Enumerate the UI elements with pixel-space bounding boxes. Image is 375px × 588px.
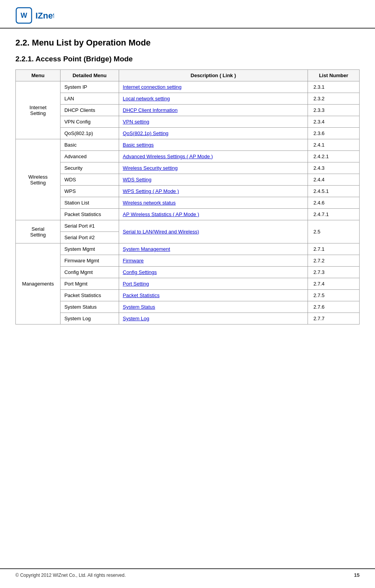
desc-station-list: Wireless network status bbox=[119, 197, 308, 209]
menu-internet: InternetSetting bbox=[16, 81, 61, 139]
table-row: Config Mgmt Config Settings 2.7.3 bbox=[16, 267, 360, 278]
number-2421: 2.4.2.1 bbox=[308, 151, 360, 162]
table-row: VPN Config VPN setting 2.3.4 bbox=[16, 116, 360, 128]
detailed-station-list: Station List bbox=[60, 197, 119, 209]
detailed-advanced: Advanced bbox=[60, 151, 119, 162]
table-row: Firmware Mgmt Firmware 2.7.2 bbox=[16, 255, 360, 267]
number-234: 2.3.4 bbox=[308, 116, 360, 128]
link-station-list[interactable]: Wireless network status bbox=[123, 200, 176, 206]
section-title: 2.2.1. Access Point (Bridge) Mode bbox=[15, 55, 360, 63]
number-233: 2.3.3 bbox=[308, 105, 360, 116]
number-236: 2.3.6 bbox=[308, 128, 360, 139]
desc-basic: Basic settings bbox=[119, 139, 308, 151]
detailed-security: Security bbox=[60, 162, 119, 174]
number-231: 2.3.1 bbox=[308, 81, 360, 93]
table-row: Advanced Advanced Wireless Settings ( AP… bbox=[16, 151, 360, 162]
table-row: Security Wireless Security setting 2.4.3 bbox=[16, 162, 360, 174]
number-232: 2.3.2 bbox=[308, 93, 360, 105]
number-276: 2.7.6 bbox=[308, 301, 360, 313]
detailed-serial2: Serial Port #2 bbox=[60, 232, 119, 243]
desc-firmware: Firmware bbox=[119, 255, 308, 267]
desc-ap-wireless-stats: AP Wireless Statistics ( AP Mode ) bbox=[119, 209, 308, 220]
number-271: 2.7.1 bbox=[308, 243, 360, 255]
link-qos[interactable]: QoS(802.1p) Setting bbox=[123, 130, 169, 136]
link-advanced[interactable]: Advanced Wireless Settings ( AP Mode ) bbox=[123, 154, 213, 159]
detailed-system-ip: System IP bbox=[60, 81, 119, 93]
number-2471: 2.4.7.1 bbox=[308, 209, 360, 220]
desc-vpn: VPN setting bbox=[119, 116, 308, 128]
link-port[interactable]: Port Setting bbox=[123, 281, 149, 287]
detailed-system-log: System Log bbox=[60, 313, 119, 324]
link-ap-wireless-stats[interactable]: AP Wireless Statistics ( AP Mode ) bbox=[123, 211, 199, 217]
number-243: 2.4.3 bbox=[308, 162, 360, 174]
desc-system-status: System Status bbox=[119, 301, 308, 313]
desc-port: Port Setting bbox=[119, 278, 308, 290]
desc-system-mgmt: System Management bbox=[119, 243, 308, 255]
link-dhcp[interactable]: DHCP Client Information bbox=[123, 107, 178, 113]
number-246: 2.4.6 bbox=[308, 197, 360, 209]
detailed-system-status: System Status bbox=[60, 301, 119, 313]
page-header: W IZnet bbox=[0, 0, 375, 29]
link-wps[interactable]: WPS Setting ( AP Mode ) bbox=[123, 188, 179, 194]
detailed-port-mgmt: Port Mgmt bbox=[60, 278, 119, 290]
link-vpn[interactable]: VPN setting bbox=[123, 119, 150, 125]
svg-text:IZnet: IZnet bbox=[35, 11, 54, 20]
menu-serial: SerialSetting bbox=[16, 220, 61, 243]
number-25: 2.5 bbox=[308, 220, 360, 243]
detailed-serial1: Serial Port #1 bbox=[60, 220, 119, 232]
detailed-wds: WDS bbox=[60, 174, 119, 186]
detailed-dhcp: DHCP Clients bbox=[60, 105, 119, 116]
table-row: LAN Local network setting 2.3.2 bbox=[16, 93, 360, 105]
number-2451: 2.4.5.1 bbox=[308, 186, 360, 197]
number-272: 2.7.2 bbox=[308, 255, 360, 267]
detailed-packet-stats-wireless: Packet Statistics bbox=[60, 209, 119, 220]
col-description: Description ( Link ) bbox=[119, 70, 308, 81]
number-241: 2.4.1 bbox=[308, 139, 360, 151]
table-row: Station List Wireless network status 2.4… bbox=[16, 197, 360, 209]
col-list-number: List Number bbox=[308, 70, 360, 81]
link-wds[interactable]: WDS Setting bbox=[123, 177, 151, 182]
table-row: InternetSetting System IP Internet conne… bbox=[16, 81, 360, 93]
number-273: 2.7.3 bbox=[308, 267, 360, 278]
link-system-log[interactable]: System Log bbox=[123, 316, 150, 321]
desc-advanced: Advanced Wireless Settings ( AP Mode ) bbox=[119, 151, 308, 162]
number-277: 2.7.7 bbox=[308, 313, 360, 324]
table-row: Port Mgmt Port Setting 2.7.4 bbox=[16, 278, 360, 290]
link-internet-connection[interactable]: Internet connection setting bbox=[123, 84, 182, 90]
menu-wireless: WirelessSetting bbox=[16, 139, 61, 220]
table-row: Packet Statistics AP Wireless Statistics… bbox=[16, 209, 360, 220]
table-row: WirelessSetting Basic Basic settings 2.4… bbox=[16, 139, 360, 151]
detailed-config-mgmt: Config Mgmt bbox=[60, 267, 119, 278]
detailed-wps: WPS bbox=[60, 186, 119, 197]
link-security[interactable]: Wireless Security setting bbox=[123, 165, 178, 171]
copyright-text: © Copyright 2012 WIZnet Co., Ltd. All ri… bbox=[15, 573, 126, 578]
table-row: System Status System Status 2.7.6 bbox=[16, 301, 360, 313]
link-packet-stats[interactable]: Packet Statistics bbox=[123, 292, 160, 298]
link-basic[interactable]: Basic settings bbox=[123, 142, 154, 148]
detailed-qos: QoS(802.1p) bbox=[60, 128, 119, 139]
desc-qos: QoS(802.1p) Setting bbox=[119, 128, 308, 139]
detailed-firmware-mgmt: Firmware Mgmt bbox=[60, 255, 119, 267]
link-serial[interactable]: Serial to LAN(Wired and Wireless) bbox=[123, 229, 199, 235]
link-system-mgmt[interactable]: System Management bbox=[123, 246, 170, 252]
table-row: WPS WPS Setting ( AP Mode ) 2.4.5.1 bbox=[16, 186, 360, 197]
table-row: System Log System Log 2.7.7 bbox=[16, 313, 360, 324]
link-local-network[interactable]: Local network setting bbox=[123, 96, 170, 101]
col-menu: Menu bbox=[16, 70, 61, 81]
desc-wps: WPS Setting ( AP Mode ) bbox=[119, 186, 308, 197]
menu-managements: Managements bbox=[16, 243, 61, 324]
link-system-status[interactable]: System Status bbox=[123, 304, 155, 310]
page-number: 15 bbox=[354, 572, 360, 578]
desc-local-network: Local network setting bbox=[119, 93, 308, 105]
table-header-row: Menu Detailed Menu Description ( Link ) … bbox=[16, 70, 360, 81]
number-275: 2.7.5 bbox=[308, 290, 360, 301]
link-firmware[interactable]: Firmware bbox=[123, 258, 144, 264]
link-config[interactable]: Config Settings bbox=[123, 269, 157, 275]
detailed-packet-stats-mgmt: Packet Statistics bbox=[60, 290, 119, 301]
detailed-basic: Basic bbox=[60, 139, 119, 151]
table-row: Packet Statistics Packet Statistics 2.7.… bbox=[16, 290, 360, 301]
page-footer: © Copyright 2012 WIZnet Co., Ltd. All ri… bbox=[0, 568, 375, 581]
main-content: 2.2. Menu List by Operation Mode 2.2.1. … bbox=[0, 29, 375, 359]
desc-system-log: System Log bbox=[119, 313, 308, 324]
detailed-vpn: VPN Config bbox=[60, 116, 119, 128]
